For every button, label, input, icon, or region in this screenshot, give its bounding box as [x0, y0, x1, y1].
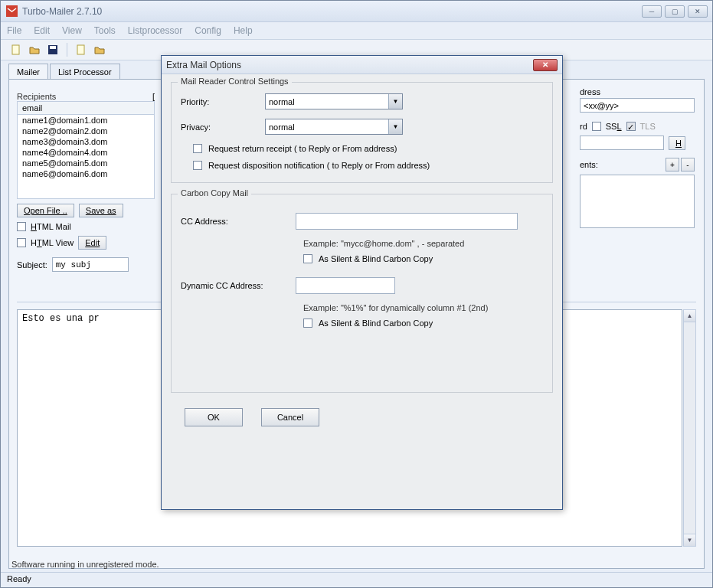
- open2-icon[interactable]: [92, 42, 107, 57]
- html-mail-checkbox[interactable]: [17, 222, 26, 231]
- subject-input[interactable]: [52, 257, 129, 272]
- chevron-down-icon: ▼: [388, 119, 402, 134]
- address-label: dress: [580, 87, 695, 96]
- recipients-label: Recipients: [17, 92, 56, 101]
- dialog-title: Extra Mail Options: [166, 60, 241, 70]
- open-file-button[interactable]: Open File ..: [17, 204, 74, 217]
- app-icon: [5, 5, 18, 18]
- toolbar-separator: [67, 43, 67, 57]
- attachments-list[interactable]: [580, 175, 695, 228]
- list-item[interactable]: name6@domain6.dom: [18, 168, 154, 179]
- subject-label: Subject:: [17, 260, 47, 270]
- list-item[interactable]: name2@domain2.dom: [18, 126, 154, 136]
- ssl-label: SSL: [606, 122, 622, 131]
- menu-listprocessor[interactable]: Listprocessor: [128, 25, 182, 36]
- return-receipt-label: Request return receipt ( to Reply or Fro…: [208, 144, 397, 153]
- save-as-button[interactable]: Save as: [79, 204, 123, 217]
- close-button[interactable]: ✕: [688, 5, 708, 18]
- statusbar: Ready: [1, 572, 712, 587]
- list-item[interactable]: name3@domain3.dom: [18, 136, 154, 147]
- scroll-up-icon[interactable]: ▲: [684, 310, 695, 322]
- h-button[interactable]: H: [669, 136, 685, 150]
- menu-file[interactable]: File: [7, 25, 21, 36]
- dynamic-cc-input[interactable]: [296, 277, 395, 294]
- ssl-checkbox[interactable]: [592, 122, 601, 131]
- save-icon[interactable]: [45, 42, 61, 57]
- window-title: Turbo-Mailer 2.7.10: [22, 6, 102, 17]
- ok-button[interactable]: OK: [185, 408, 243, 426]
- body-scrollbar[interactable]: ▲ ▼: [683, 309, 696, 547]
- maximize-button[interactable]: ▢: [665, 5, 685, 18]
- group-legend: Mail Reader Control Settings: [178, 77, 292, 86]
- privacy-label: Privacy:: [181, 122, 265, 132]
- dialog-close-button[interactable]: ✕: [533, 59, 558, 71]
- recipients-list[interactable]: name1@domain1.dom name2@domain2.dom name…: [17, 115, 155, 199]
- group-legend: Carbon Copy Mail: [178, 188, 251, 198]
- list-item[interactable]: name1@domain1.dom: [18, 115, 154, 126]
- minimize-button[interactable]: ─: [642, 5, 662, 18]
- priority-value: normal: [269, 97, 295, 106]
- html-view-label: HTML View: [31, 238, 74, 247]
- menu-tools[interactable]: Tools: [94, 25, 116, 36]
- cc-silent-label: As Silent & Blind Carbon Copy: [319, 254, 433, 263]
- add-attachment-button[interactable]: +: [666, 158, 679, 172]
- scroll-down-icon[interactable]: ▼: [684, 534, 695, 546]
- cc-example: Example: "mycc@home.dom" , - separated: [303, 239, 543, 248]
- disposition-label: Request disposition notification ( to Re…: [208, 161, 430, 170]
- chevron-down-icon: ▼: [388, 94, 402, 109]
- extra-mail-options-dialog: Extra Mail Options ✕ Mail Reader Control…: [161, 55, 563, 510]
- tls-label: TLS: [640, 122, 656, 131]
- svg-rect-4: [77, 45, 84, 54]
- svg-rect-1: [12, 45, 19, 54]
- right-panel: dress rd SSL ✓TLS H ents: + -: [580, 87, 695, 228]
- remove-attachment-button[interactable]: -: [681, 158, 695, 172]
- html-view-checkbox[interactable]: [17, 238, 26, 247]
- dialog-body: Mail Reader Control Settings Priority: n…: [162, 74, 562, 443]
- address-input[interactable]: [580, 98, 695, 113]
- dynamic-cc-label: Dynamic CC Address:: [181, 281, 296, 290]
- dynamic-cc-example: Example: "%1%" for dynamically column #1…: [303, 303, 543, 312]
- dynamic-cc-silent-label: As Silent & Blind Carbon Copy: [319, 318, 433, 328]
- menu-help[interactable]: Help: [234, 25, 253, 36]
- cc-address-input[interactable]: [296, 213, 518, 230]
- menu-config[interactable]: Config: [195, 25, 221, 36]
- list-item[interactable]: name5@domain5.dom: [18, 158, 154, 168]
- privacy-select[interactable]: normal ▼: [265, 119, 403, 135]
- return-receipt-checkbox[interactable]: [193, 144, 202, 153]
- cancel-button[interactable]: Cancel: [261, 408, 319, 426]
- dialog-titlebar: Extra Mail Options ✕: [162, 56, 562, 74]
- menu-edit[interactable]: Edit: [34, 25, 50, 36]
- menubar: File Edit View Tools Listprocessor Confi…: [1, 22, 712, 39]
- new-icon[interactable]: [8, 42, 24, 57]
- attachments-label: ents:: [580, 160, 598, 169]
- rd-label: rd: [580, 122, 587, 131]
- recipients-header[interactable]: email: [17, 101, 155, 115]
- dynamic-cc-silent-checkbox[interactable]: [303, 318, 312, 328]
- open-icon[interactable]: [27, 42, 42, 57]
- menu-view[interactable]: View: [62, 25, 82, 36]
- tab-list-processor[interactable]: List Processor: [50, 64, 120, 80]
- tab-mailer[interactable]: Mailer: [8, 64, 48, 80]
- cc-silent-checkbox[interactable]: [303, 254, 312, 263]
- html-mail-label: HTML Mail: [31, 222, 71, 231]
- list-item[interactable]: name4@domain4.dom: [18, 147, 154, 158]
- recipients-group: Recipients[ email name1@domain1.dom name…: [17, 87, 155, 272]
- privacy-value: normal: [269, 122, 295, 132]
- svg-rect-3: [50, 46, 56, 49]
- titlebar: Turbo-Mailer 2.7.10 ─ ▢ ✕: [1, 1, 712, 22]
- tls-checkbox: ✓: [626, 122, 636, 131]
- disposition-checkbox[interactable]: [193, 161, 202, 170]
- new2-icon[interactable]: [74, 42, 89, 57]
- window-controls: ─ ▢ ✕: [642, 5, 708, 18]
- registration-status: Software running in unregistered mode.: [11, 560, 159, 569]
- priority-label: Priority:: [181, 97, 265, 106]
- priority-select[interactable]: normal ▼: [265, 93, 403, 109]
- edit-button[interactable]: Edit: [78, 236, 106, 250]
- cc-address-label: CC Address:: [181, 217, 296, 226]
- rd-input[interactable]: [580, 136, 664, 150]
- carbon-copy-group: Carbon Copy Mail CC Address: Example: "m…: [171, 194, 553, 393]
- mail-reader-settings-group: Mail Reader Control Settings Priority: n…: [171, 82, 553, 183]
- dialog-buttons: OK Cancel: [171, 403, 553, 436]
